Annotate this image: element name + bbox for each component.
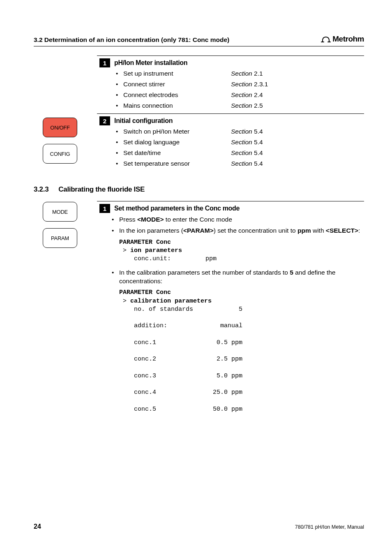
- list-item: •Switch on pH/Ion MeterSection 5.4: [116, 128, 364, 135]
- key-mode: MODE: [43, 202, 77, 222]
- block-rule: [97, 201, 364, 201]
- brand-logo: Metrohm: [321, 35, 364, 44]
- list-item: •Set temperature sensorSection 5.4: [116, 160, 364, 167]
- step-badge-3: 1: [99, 204, 110, 213]
- block-rule: [97, 113, 364, 114]
- paragraph: • In the ion parameters (<PARAM>) set th…: [112, 227, 364, 235]
- block-title: pH/Ion Meter installation: [114, 59, 187, 67]
- page-number: 24: [34, 523, 41, 530]
- subsection-num: 3.2.3: [34, 185, 48, 194]
- header-rule: [34, 46, 364, 46]
- footer-text: 780/781 pH/Ion Meter, Manual: [295, 524, 364, 530]
- block-title: Set method parameters in the Conc mode: [114, 205, 240, 212]
- list-item: •Set dialog languageSection 5.4: [116, 139, 364, 146]
- list-item: •Set date/timeSection 5.4: [116, 149, 364, 157]
- block-installation: 1 pH/Ion Meter installation •Set up inst…: [99, 56, 364, 109]
- subsection-heading: 3.2.3 Calibrating the fluoride ISE: [34, 185, 364, 194]
- section-header: 3.2 Determination of an ion concentratio…: [34, 36, 229, 44]
- block-initial-config: ON/OFF CONFIG 2 Initial configuration •S…: [99, 113, 364, 167]
- list-item: •Set up instrumentSection 2.1: [116, 70, 364, 77]
- step-badge-1: 1: [99, 58, 110, 67]
- list-item: •Mains connectionSection 2.5: [116, 102, 364, 109]
- brand-text: Metrohm: [332, 35, 364, 44]
- page-footer: 24 780/781 pH/Ion Meter, Manual: [34, 523, 364, 530]
- block-title: Initial configuration: [114, 117, 173, 125]
- subsection-title: Calibrating the fluoride ISE: [58, 185, 145, 194]
- block-method-params: MODE PARAM 1 Set method parameters in th…: [99, 201, 364, 414]
- list-item: •Connect stirrerSection 2.3.1: [116, 81, 364, 88]
- key-config: CONFIG: [43, 144, 77, 164]
- paragraph: • In the calibration parameters set the …: [112, 268, 364, 286]
- code-block: PARAMETER Conc > ion parameters conc.uni…: [119, 238, 364, 264]
- block-rule: [97, 56, 364, 56]
- omega-icon: [321, 35, 331, 43]
- code-block: PARAMETER Conc > calibration parameters …: [119, 289, 364, 414]
- key-onoff: ON/OFF: [43, 118, 77, 137]
- step-badge-2: 2: [99, 116, 110, 125]
- paragraph: • Press <MODE> to enter the Conc mode: [112, 215, 364, 224]
- list-item: •Connect electrodesSection 2.4: [116, 91, 364, 99]
- key-param: PARAM: [43, 228, 77, 248]
